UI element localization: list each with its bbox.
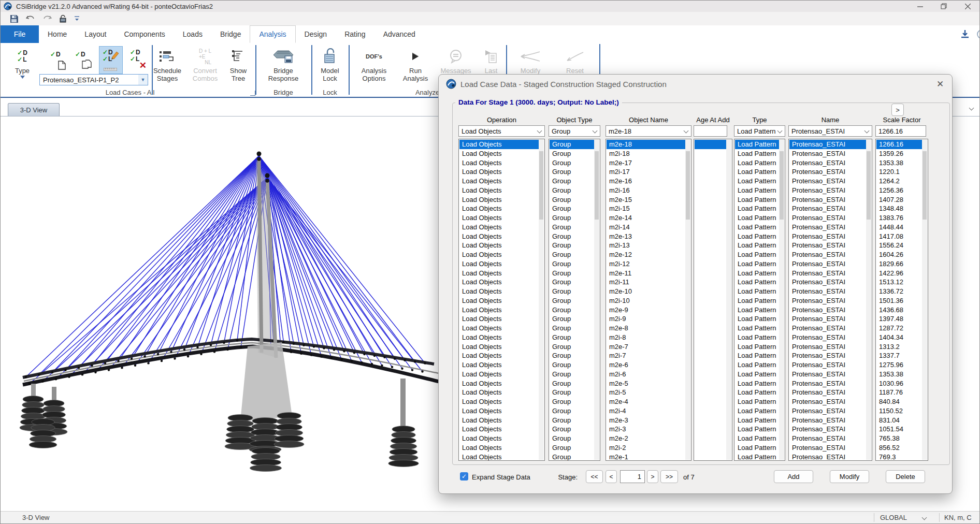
list-item[interactable]: m2i-16	[607, 186, 685, 195]
list-item[interactable]: Protensao_ESTAI	[789, 333, 866, 342]
list-item[interactable]: Group	[550, 416, 594, 425]
list-item[interactable]	[695, 305, 726, 315]
list-item[interactable]: Protensao_ESTAI	[789, 370, 866, 379]
list-item[interactable]: m2i-15	[607, 204, 685, 213]
list-item[interactable]: Load Pattern	[735, 177, 779, 186]
list-item[interactable]: Group	[550, 177, 594, 186]
list-item[interactable]: Group	[550, 140, 594, 149]
list-item[interactable]: Load Pattern	[735, 167, 779, 177]
list-item[interactable]: Load Objects	[459, 287, 539, 296]
list-item[interactable]: 1448.44	[876, 223, 922, 232]
list-item[interactable]: Load Objects	[459, 195, 539, 205]
list-item[interactable]: Load Objects	[459, 333, 539, 342]
list-item[interactable]: 1404.34	[876, 333, 922, 342]
list-item[interactable]: Protensao_ESTAI	[789, 434, 866, 443]
tab-design[interactable]: Design	[296, 25, 336, 43]
list-item[interactable]: Load Pattern	[735, 314, 779, 324]
list-item[interactable]: Protensao_ESTAI	[789, 406, 866, 416]
list-item[interactable]: 1256.36	[876, 186, 922, 195]
list-item[interactable]: Load Pattern	[735, 360, 779, 370]
list-item[interactable]: Group	[550, 305, 594, 315]
type-button[interactable]: ✓D ✓L Type	[8, 46, 37, 79]
list-item[interactable]: m2e-18	[607, 140, 685, 149]
list-item[interactable]: Protensao_ESTAI	[789, 250, 866, 259]
list-item[interactable]: 1397.48	[876, 314, 922, 324]
list-item[interactable]: Group	[550, 287, 594, 296]
add-button[interactable]: Add	[774, 470, 813, 483]
list-item[interactable]	[695, 324, 726, 333]
list-item[interactable]: 1337.7	[876, 351, 922, 360]
list-item[interactable]: Load Pattern	[735, 149, 779, 158]
list-item[interactable]: Group	[550, 278, 594, 287]
type-list[interactable]: Load PatternLoad PatternLoad PatternLoad…	[734, 139, 785, 461]
list-item[interactable]: Group	[550, 158, 594, 168]
list-item[interactable]: m2i-14	[607, 223, 685, 232]
list-item[interactable]: Group	[550, 333, 594, 342]
list-item[interactable]: m2i-17	[607, 167, 685, 177]
list-item[interactable]: m2e-11	[607, 269, 685, 278]
operation-list[interactable]: Load ObjectsLoad ObjectsLoad ObjectsLoad…	[458, 139, 545, 461]
undo-icon[interactable]	[26, 14, 35, 23]
list-item[interactable]	[695, 360, 726, 370]
scrollbar[interactable]	[922, 140, 927, 460]
schedule-stages-button[interactable]: Schedule Stages	[149, 46, 185, 82]
list-item[interactable]: Load Objects	[459, 397, 539, 406]
list-item[interactable]: Protensao_ESTAI	[789, 149, 866, 158]
stage-first-button[interactable]: <<	[586, 470, 603, 483]
list-item[interactable]: Load Pattern	[735, 425, 779, 434]
list-item[interactable]: 1353.38	[876, 158, 922, 168]
list-item[interactable]: Load Pattern	[735, 416, 779, 425]
list-item[interactable]: 1150.52	[876, 406, 922, 416]
list-item[interactable]: Protensao_ESTAI	[789, 241, 866, 250]
list-item[interactable]: Load Objects	[459, 223, 539, 232]
list-item[interactable]: Protensao_ESTAI	[789, 140, 866, 149]
dialog-close-icon[interactable]: ✕	[931, 77, 949, 91]
list-item[interactable]: m2e-9	[607, 305, 685, 315]
list-item[interactable]: Load Pattern	[735, 250, 779, 259]
modify-button[interactable]: Modify	[830, 470, 869, 483]
list-item[interactable]	[695, 278, 726, 287]
object-name-combo[interactable]: m2e-18	[606, 125, 691, 137]
list-item[interactable]: 1264.2	[876, 177, 922, 186]
list-item[interactable]: Load Objects	[459, 149, 539, 158]
list-item[interactable]: m2i-18	[607, 149, 685, 158]
tab-layout[interactable]: Layout	[76, 25, 115, 43]
list-item[interactable]: Protensao_ESTAI	[789, 167, 866, 177]
list-item[interactable]	[695, 388, 726, 397]
list-item[interactable]: Group	[550, 379, 594, 388]
list-item[interactable]: m2e-15	[607, 195, 685, 205]
list-item[interactable]: Group	[550, 223, 594, 232]
stage-prev-button[interactable]: <	[606, 470, 617, 483]
list-item[interactable]: 1030.96	[876, 379, 922, 388]
list-item[interactable]: Load Objects	[459, 167, 539, 177]
list-item[interactable]: 1513.12	[876, 278, 922, 287]
list-item[interactable]	[695, 333, 726, 342]
dialog-title-bar[interactable]: Load Case Data - Staged Construction Sta…	[439, 75, 952, 93]
name-expand-button[interactable]: >	[891, 104, 904, 116]
list-item[interactable]: m2e-1	[607, 453, 685, 461]
list-item[interactable]: Protensao_ESTAI	[789, 453, 866, 461]
list-item[interactable]	[695, 416, 726, 425]
list-item[interactable]: Load Objects	[459, 416, 539, 425]
expand-stage-data-checkbox[interactable]: ✓	[460, 472, 468, 481]
minimize-button[interactable]	[908, 1, 932, 12]
run-analysis-button[interactable]: Run Analysis	[399, 46, 431, 82]
list-item[interactable]: Group	[550, 342, 594, 352]
list-item[interactable]: Load Objects	[459, 250, 539, 259]
list-item[interactable]: Protensao_ESTAI	[789, 158, 866, 168]
list-item[interactable]	[695, 434, 726, 443]
list-item[interactable]: m2i-2	[607, 443, 685, 453]
list-item[interactable]: Load Pattern	[735, 406, 779, 416]
bridge-response-button[interactable]: Bridge Response	[260, 46, 307, 82]
list-item[interactable]: Load Objects	[459, 324, 539, 333]
list-item[interactable]: Protensao_ESTAI	[789, 296, 866, 305]
list-item[interactable]: 1187.76	[876, 388, 922, 397]
list-item[interactable]: 1287.72	[876, 324, 922, 333]
list-item[interactable]	[695, 158, 726, 168]
redo-icon[interactable]	[42, 14, 52, 23]
list-item[interactable]: m2e-6	[607, 360, 685, 370]
list-item[interactable]	[695, 453, 726, 461]
list-item[interactable]: Protensao_ESTAI	[789, 223, 866, 232]
list-item[interactable]: Protensao_ESTAI	[789, 232, 866, 241]
status-csys-dropdown[interactable]: GLOBAL	[880, 514, 926, 521]
